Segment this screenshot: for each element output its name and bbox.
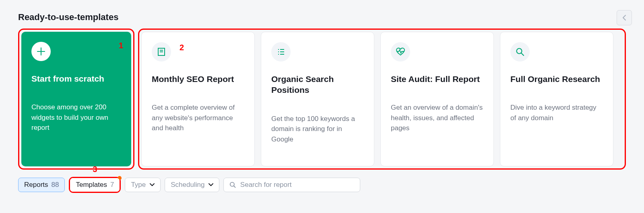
annotation-number-2: 2 [180,43,184,52]
tab-reports-label: Reports [24,181,48,189]
list-icon [277,47,285,56]
card-title: Full Organic Research [510,74,603,84]
list-icon-wrap [271,42,291,61]
card-organic-research[interactable]: Full Organic Research Dive into a keywor… [500,32,613,166]
search-icon [229,181,236,188]
card-desc: Get the top 100 keywords a domain is ran… [271,114,364,145]
search-icon-wrap [510,42,530,61]
chevron-left-icon [622,14,626,21]
plus-icon-wrap [31,42,51,61]
tab-templates-label: Templates [76,181,107,189]
filters-row: Reports 88 3 Templates 7 Type Scheduling [18,177,626,193]
svg-line-12 [234,186,235,188]
card-site-audit[interactable]: Site Audit: Full Report Get an overview … [380,32,494,166]
card-desc: Get a complete overview of any website's… [152,102,244,133]
dropdown-type-label: Type [131,181,146,189]
tab-reports-count: 88 [52,181,59,189]
section-title: Ready-to-use-templates [18,12,626,23]
tab-reports[interactable]: Reports 88 [18,178,65,192]
tab-templates[interactable]: Templates 7 [70,178,120,192]
annotation-box-2: 2 Monthly SEO Report Get a complete over… [138,29,626,170]
cards-container: 1 Start from scratch Choose among over 2… [18,29,626,170]
chevron-down-icon [150,183,155,186]
dropdown-scheduling[interactable]: Scheduling [165,178,219,192]
tab-templates-count: 7 [110,181,114,189]
card-title: Site Audit: Full Report [391,74,483,84]
dropdown-type[interactable]: Type [125,178,161,192]
card-desc: Choose among over 200 widgets to build y… [31,102,121,133]
document-icon-wrap [152,42,171,61]
card-title: Organic Search Positions [271,74,364,96]
health-icon-wrap [391,42,410,61]
card-title: Start from scratch [31,73,121,84]
dropdown-scheduling-label: Scheduling [171,181,204,189]
chevron-down-icon [208,183,213,186]
card-desc: Dive into a keyword strategy of any doma… [510,102,603,123]
annotation-number-1: 1 [119,41,123,50]
annotation-box-1: 1 Start from scratch Choose among over 2… [18,29,134,170]
svg-line-10 [521,53,524,55]
search-icon [516,47,524,56]
card-organic-positions[interactable]: Organic Search Positions Get the top 100… [261,32,374,166]
annotation-number-3: 3 [93,165,97,174]
heart-pulse-icon [396,47,405,56]
card-start-from-scratch[interactable]: Start from scratch Choose among over 200… [21,32,131,166]
card-desc: Get an overview of a domain's health, is… [391,102,483,133]
annotation-box-3: 3 Templates 7 [69,177,121,193]
collapse-button[interactable] [617,10,632,25]
card-monthly-seo[interactable]: Monthly SEO Report Get a complete overvi… [141,32,255,166]
card-title: Monthly SEO Report [152,74,244,84]
search-box[interactable] [223,178,360,192]
document-icon [157,47,166,56]
plus-icon [37,47,45,56]
search-input[interactable] [240,181,355,189]
